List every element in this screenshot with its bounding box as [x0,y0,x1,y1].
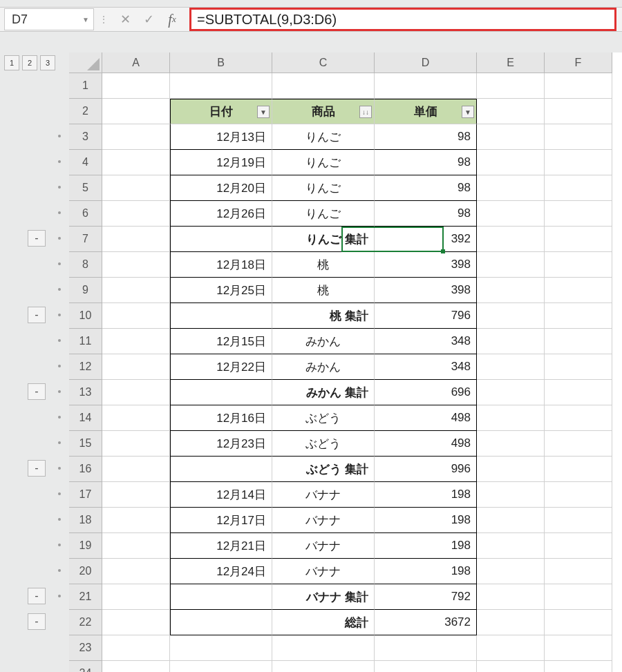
row-header[interactable]: 16 [69,457,102,482]
row-header[interactable]: 9 [69,278,102,303]
row-header[interactable]: 11 [69,329,102,354]
cell-product[interactable]: バナナ [272,482,375,508]
row-header[interactable]: 24 [69,661,102,672]
cell[interactable] [102,584,170,610]
cell[interactable] [545,380,612,405]
row-header[interactable]: 22 [69,610,102,635]
cell-product[interactable]: ぶどう 集計 [272,457,375,482]
cell-date[interactable] [170,584,272,610]
cell-price[interactable]: 348 [375,354,477,380]
cell[interactable] [102,227,170,252]
cell[interactable] [545,457,612,482]
row-header[interactable]: 18 [69,508,102,533]
cell-price[interactable]: 198 [375,482,477,508]
cell-price[interactable]: 792 [375,584,477,610]
row-header[interactable]: 13 [69,380,102,405]
cell-product[interactable]: 桃 [272,252,375,278]
cell-price[interactable]: 498 [375,405,477,431]
cell-price[interactable]: 392 [375,227,477,252]
name-box-dropdown-icon[interactable]: ▼ [82,16,89,23]
cell[interactable] [477,482,545,508]
cell[interactable] [545,329,612,354]
cell[interactable] [545,252,612,278]
cell[interactable] [102,278,170,303]
cell-product[interactable]: 総計 [272,610,375,635]
row-header[interactable]: 4 [69,150,102,175]
column-header-B[interactable]: B [170,52,272,73]
cell-price[interactable]: 796 [375,303,477,329]
cell[interactable] [545,508,612,533]
cell-date[interactable] [170,457,272,482]
cell-date[interactable]: 12月25日 [170,278,272,303]
cell[interactable] [102,303,170,329]
cell[interactable] [477,405,545,431]
cell[interactable] [102,175,170,201]
cell-product[interactable]: りんご [272,150,375,175]
filter-button[interactable]: ▼ [257,106,270,118]
cell-date[interactable]: 12月15日 [170,329,272,354]
column-header-C[interactable]: C [272,52,375,73]
cell-product[interactable]: バナナ [272,559,375,584]
cell[interactable] [272,73,375,99]
cell[interactable] [102,405,170,431]
cell-product[interactable]: みかん [272,329,375,354]
cell[interactable] [477,661,545,672]
row-header[interactable]: 12 [69,354,102,380]
column-header-D[interactable]: D [375,52,477,73]
outline-collapse-button[interactable]: - [28,383,46,400]
cell[interactable] [102,431,170,457]
cell-date[interactable] [170,227,272,252]
cell[interactable] [477,329,545,354]
cell[interactable] [545,227,612,252]
cell[interactable] [477,559,545,584]
cell[interactable] [170,661,272,672]
cells-area[interactable]: 日付▼商品↓↓単価▼12月13日りんご9812月19日りんご9812月20日りん… [102,73,622,672]
cell[interactable] [545,533,612,559]
cell[interactable] [102,610,170,635]
row-header[interactable]: 19 [69,533,102,559]
cell-product[interactable]: りんご [272,201,375,227]
cell[interactable] [545,278,612,303]
cell[interactable] [545,661,612,672]
cell[interactable] [477,99,545,124]
row-header[interactable]: 17 [69,482,102,508]
accept-formula-button[interactable]: ✓ [137,8,160,30]
cell[interactable] [102,635,170,661]
cell-price[interactable]: 98 [375,175,477,201]
cell[interactable] [477,124,545,150]
cell[interactable] [102,661,170,672]
cell[interactable] [375,73,477,99]
cell[interactable] [545,354,612,380]
formula-bar-handle-icon[interactable]: ⋮ [94,15,113,24]
row-header[interactable]: 5 [69,175,102,201]
cell[interactable] [545,431,612,457]
cell-date[interactable]: 12月17日 [170,508,272,533]
cell-product[interactable]: みかん 集計 [272,380,375,405]
cell-date[interactable]: 12月13日 [170,124,272,150]
cell-date[interactable]: 12月26日 [170,201,272,227]
cell-price[interactable]: 398 [375,278,477,303]
row-header[interactable]: 1 [69,73,102,99]
row-header[interactable]: 10 [69,303,102,329]
cell-price[interactable]: 198 [375,533,477,559]
row-header[interactable]: 3 [69,124,102,150]
row-header[interactable]: 8 [69,252,102,278]
filter-sort-button[interactable]: ↓↓ [359,106,372,118]
cell[interactable] [102,201,170,227]
row-header[interactable]: 7 [69,227,102,252]
cell-price[interactable]: 98 [375,124,477,150]
cell[interactable] [102,380,170,405]
cell-date[interactable]: 12月24日 [170,559,272,584]
cell[interactable] [477,508,545,533]
cell[interactable] [102,99,170,124]
cell[interactable] [477,635,545,661]
cell-product[interactable]: りんご [272,124,375,150]
formula-input[interactable]: =SUBTOTAL(9,D3:D6) [189,8,616,31]
cell[interactable] [102,73,170,99]
cell[interactable] [477,303,545,329]
cell-product[interactable]: りんご [272,175,375,201]
cell[interactable] [477,380,545,405]
cell-product[interactable]: ぶどう [272,431,375,457]
cell-product[interactable]: みかん [272,354,375,380]
cell[interactable] [477,431,545,457]
